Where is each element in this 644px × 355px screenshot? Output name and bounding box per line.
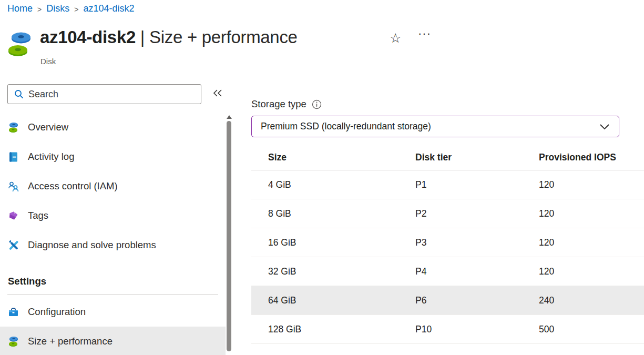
cell-size: 16 GiB [268, 237, 415, 248]
scroll-up-arrow-icon[interactable] [227, 115, 232, 119]
disk-icon [8, 122, 19, 133]
main-content: Storage type Premium SSD (locally-redund… [251, 0, 644, 355]
sidebar-scrollbar[interactable] [226, 113, 232, 355]
search-input[interactable] [28, 89, 201, 100]
scrollbar-thumb[interactable] [227, 121, 231, 351]
tools-icon [8, 240, 19, 251]
sidebar-item-activity-log[interactable]: Activity log [0, 142, 226, 171]
storage-type-label: Storage type [251, 98, 306, 110]
cell-size: 128 GiB [268, 324, 415, 335]
sidebar-item-label: Configuration [28, 306, 86, 318]
sidebar: Overview Activity log Acc [0, 0, 239, 355]
table-row[interactable]: 4 GiB P1 120 [251, 170, 644, 199]
cell-size: 8 GiB [268, 208, 415, 219]
info-icon[interactable] [312, 99, 322, 109]
cell-provisioned-iops: 120 [539, 179, 644, 190]
sidebar-item-label: Tags [28, 210, 48, 221]
cell-provisioned-iops: 120 [539, 208, 644, 219]
table-row[interactable]: 128 GiB P10 500 [251, 315, 644, 344]
sidebar-item-label: Access control (IAM) [28, 180, 118, 192]
sidebar-item-access-control[interactable]: Access control (IAM) [0, 171, 226, 201]
sidebar-item-configuration[interactable]: Configuration [0, 297, 226, 327]
tag-icon [8, 210, 19, 221]
column-header-size: Size [268, 152, 415, 163]
toolbox-icon [8, 307, 19, 318]
sidebar-item-label: Diagnose and solve problems [28, 239, 156, 251]
column-header-disk-tier: Disk tier [415, 152, 539, 163]
storage-type-dropdown[interactable]: Premium SSD (locally-redundant storage) [251, 116, 619, 137]
cell-disk-tier: P2 [415, 208, 539, 219]
cell-size: 4 GiB [268, 179, 415, 190]
sidebar-menu: Overview Activity log Acc [0, 113, 226, 355]
cell-disk-tier: P6 [415, 295, 539, 306]
cell-provisioned-iops: 500 [539, 324, 644, 335]
cell-disk-tier: P1 [415, 179, 539, 190]
sidebar-item-diagnose[interactable]: Diagnose and solve problems [0, 230, 226, 260]
table-row[interactable]: 8 GiB P2 120 [251, 199, 644, 228]
cell-disk-tier: P3 [415, 237, 539, 248]
sidebar-item-overview[interactable]: Overview [0, 113, 226, 142]
disk-icon [8, 336, 19, 347]
column-header-provisioned-iops: Provisioned IOPS [539, 152, 644, 163]
table-row-selected[interactable]: 64 GiB P6 240 [251, 286, 644, 315]
sidebar-search-box[interactable] [7, 84, 201, 104]
chevron-down-icon [599, 124, 610, 130]
cell-size: 32 GiB [268, 266, 415, 277]
storage-type-selected-value: Premium SSD (locally-redundant storage) [252, 121, 599, 132]
table-row[interactable]: 32 GiB P4 120 [251, 257, 644, 286]
cell-disk-tier: P10 [415, 324, 539, 335]
sidebar-item-label: Size + performance [28, 336, 113, 347]
table-header-row: Size Disk tier Provisioned IOPS [251, 145, 644, 170]
cell-disk-tier: P4 [415, 266, 539, 277]
sidebar-item-label: Activity log [28, 151, 74, 163]
people-icon [8, 181, 19, 192]
table-row[interactable]: 16 GiB P3 120 [251, 228, 644, 257]
chevrons-left-icon[interactable] [212, 88, 223, 100]
activity-log-icon [8, 151, 19, 163]
cell-provisioned-iops: 240 [539, 295, 644, 306]
search-icon [14, 89, 24, 99]
sidebar-item-label: Overview [28, 121, 68, 133]
cell-provisioned-iops: 120 [539, 266, 644, 277]
sidebar-item-size-performance[interactable]: Size + performance [0, 327, 226, 355]
sidebar-section-settings: Settings [0, 273, 226, 290]
cell-provisioned-iops: 120 [539, 237, 644, 248]
cell-size: 64 GiB [268, 295, 415, 306]
sidebar-item-tags[interactable]: Tags [0, 201, 226, 230]
size-table: Size Disk tier Provisioned IOPS 4 GiB P1… [251, 145, 644, 344]
sidebar-divider [7, 294, 218, 295]
